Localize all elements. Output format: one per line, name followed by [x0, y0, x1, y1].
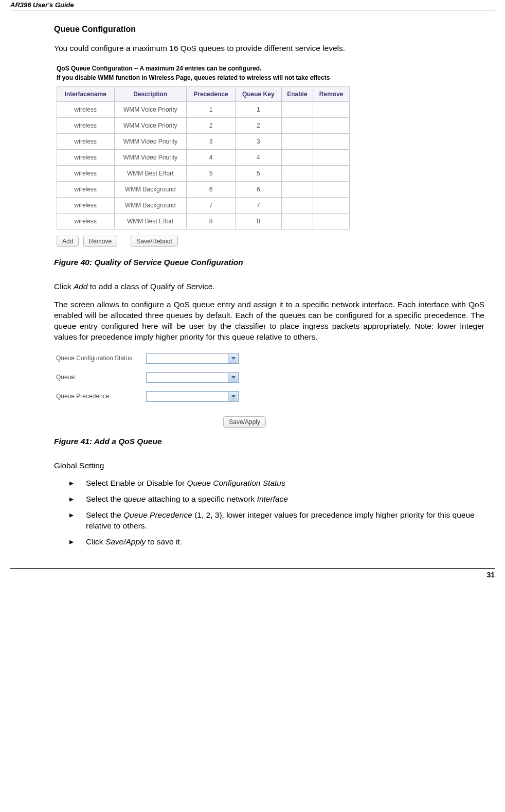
figure-add-qos-queue: Queue Configuration Status: Queue: Queue…: [54, 350, 301, 431]
fig-heading-line2: If you disable WMM function in Wireless …: [57, 74, 330, 81]
figure-qos-queue-config: QoS Queue Configuration -- A maximum 24 …: [54, 61, 429, 253]
cell-interface: wireless: [57, 133, 115, 149]
global-setting-heading: Global Setting: [54, 461, 484, 471]
cell-enable: [281, 165, 313, 181]
label-queue: Queue:: [56, 374, 146, 381]
cell-queuekey: 7: [236, 197, 281, 213]
cell-interface: wireless: [57, 101, 115, 117]
cell-remove: [313, 181, 350, 197]
table-row: wirelessWMM Voice Priority22: [57, 117, 350, 133]
cell-interface: wireless: [57, 149, 115, 165]
select-queue-precedence[interactable]: [146, 391, 239, 402]
cell-precedence: 6: [187, 181, 236, 197]
cell-precedence: 3: [187, 133, 236, 149]
table-row: wirelessWMM Video Priority33: [57, 133, 350, 149]
figure-41-caption: Figure 41: Add a QoS Queue: [54, 437, 484, 446]
select-queue[interactable]: [146, 372, 239, 383]
cell-precedence: 5: [187, 165, 236, 181]
cell-queuekey: 4: [236, 149, 281, 165]
figure-40-caption: Figure 40: Quality of Service Queue Conf…: [54, 258, 484, 267]
cell-remove: [313, 133, 350, 149]
cell-enable: [281, 101, 313, 117]
cell-remove: [313, 197, 350, 213]
cell-precedence: 8: [187, 213, 236, 229]
global-setting-list: Select Enable or Disable for Queue Confi…: [54, 478, 484, 548]
list-item: Select the queue attaching to a specific…: [69, 494, 484, 505]
cell-remove: [313, 213, 350, 229]
cell-interface: wireless: [57, 165, 115, 181]
cell-enable: [281, 117, 313, 133]
cell-description: WMM Best Effort: [114, 213, 186, 229]
save-reboot-button[interactable]: Save/Reboot: [131, 236, 177, 247]
col-description: Description: [114, 86, 186, 101]
cell-precedence: 2: [187, 117, 236, 133]
col-enable: Enable: [281, 86, 313, 101]
cell-enable: [281, 181, 313, 197]
cell-interface: wireless: [57, 181, 115, 197]
cell-remove: [313, 149, 350, 165]
cell-description: WMM Best Effort: [114, 165, 186, 181]
cell-enable: [281, 197, 313, 213]
cell-queuekey: 3: [236, 133, 281, 149]
cell-precedence: 7: [187, 197, 236, 213]
cell-description: WMM Video Priority: [114, 133, 186, 149]
list-item: Select the Queue Precedence (1, 2, 3), l…: [69, 510, 484, 532]
cell-interface: wireless: [57, 213, 115, 229]
table-row: wirelessWMM Best Effort88: [57, 213, 350, 229]
table-row: wirelessWMM Voice Priority11: [57, 101, 350, 117]
cell-remove: [313, 101, 350, 117]
cell-queuekey: 1: [236, 101, 281, 117]
cell-precedence: 4: [187, 149, 236, 165]
cell-precedence: 1: [187, 101, 236, 117]
cell-enable: [281, 213, 313, 229]
table-row: wirelessWMM Video Priority44: [57, 149, 350, 165]
add-button[interactable]: Add: [57, 236, 79, 247]
table-row: wirelessWMM Background66: [57, 181, 350, 197]
page-number: 31: [10, 568, 495, 579]
cell-description: WMM Video Priority: [114, 149, 186, 165]
col-queuekey: Queue Key: [236, 86, 281, 101]
table-row: wirelessWMM Best Effort55: [57, 165, 350, 181]
cell-remove: [313, 117, 350, 133]
intro-text: You could configure a maximum 16 QoS que…: [54, 43, 484, 54]
list-item: Select Enable or Disable for Queue Confi…: [69, 478, 484, 489]
guide-title: AR396 User's Guide: [10, 1, 74, 9]
label-queue-config-status: Queue Configuration Status:: [56, 355, 146, 362]
figure-heading: QoS Queue Configuration -- A maximum 24 …: [57, 64, 427, 82]
cell-interface: wireless: [57, 197, 115, 213]
page-header: AR396 User's Guide: [10, 0, 495, 10]
cell-description: WMM Voice Priority: [114, 101, 186, 117]
cell-enable: [281, 133, 313, 149]
section-title-queue-config: Queue Configuration: [54, 25, 484, 34]
button-row: Add Remove Save/Reboot: [57, 236, 427, 247]
cell-remove: [313, 165, 350, 181]
fig-heading-line1: QoS Queue Configuration -- A maximum 24 …: [57, 65, 262, 72]
label-queue-precedence: Queue Precedence:: [56, 393, 146, 400]
col-precedence: Precedence: [187, 86, 236, 101]
cell-description: WMM Background: [114, 197, 186, 213]
cell-queuekey: 6: [236, 181, 281, 197]
list-item: Click Save/Apply to save it.: [69, 537, 484, 548]
qos-table: Interfacename Description Precedence Que…: [57, 86, 350, 230]
cell-queuekey: 8: [236, 213, 281, 229]
click-add-text: Click Add to add a class of Qualify of S…: [54, 281, 484, 292]
cell-description: WMM Voice Priority: [114, 117, 186, 133]
remove-button[interactable]: Remove: [83, 236, 118, 247]
col-remove: Remove: [313, 86, 350, 101]
cell-queuekey: 5: [236, 165, 281, 181]
col-interfacename: Interfacename: [57, 86, 115, 101]
cell-interface: wireless: [57, 117, 115, 133]
cell-enable: [281, 149, 313, 165]
save-apply-button[interactable]: Save/Apply: [223, 416, 266, 428]
queue-desc-text: The screen allows to configure a QoS que…: [54, 299, 484, 343]
table-row: wirelessWMM Background77: [57, 197, 350, 213]
cell-description: WMM Background: [114, 181, 186, 197]
select-queue-config-status[interactable]: [146, 353, 239, 364]
cell-queuekey: 2: [236, 117, 281, 133]
page-content: Queue Configuration You could configure …: [10, 25, 495, 548]
